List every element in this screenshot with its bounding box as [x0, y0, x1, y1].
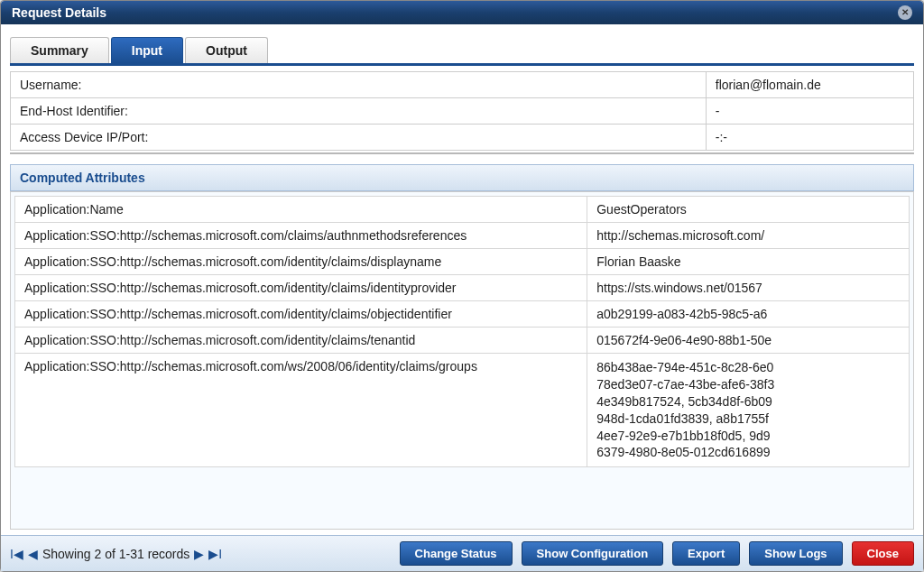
close-icon[interactable]: ✕: [898, 5, 912, 20]
row-endhost: End-Host Identifier: -: [11, 98, 914, 125]
attr-key: Application:SSO:http://schemas.microsoft…: [15, 249, 587, 275]
next-page-icon[interactable]: ▶: [194, 547, 204, 561]
username-value: florian@flomain.de: [706, 72, 913, 98]
attr-key: Application:SSO:http://schemas.microsoft…: [15, 223, 587, 249]
device-value: -:-: [706, 125, 913, 151]
footer-bar: I◀ ◀ Showing 2 of 1-31 records ▶ ▶I Chan…: [1, 535, 923, 571]
table-row: Application:SSO:http://schemas.microsoft…: [15, 249, 910, 275]
pager-text: Showing 2 of 1-31 records: [42, 547, 189, 561]
tab-bar: Summary Input Output: [10, 37, 914, 66]
table-row: Application:SSO:http://schemas.microsoft…: [15, 301, 910, 328]
table-row: Application:SSO:http://schemas.microsoft…: [15, 223, 910, 249]
tab-output[interactable]: Output: [185, 37, 268, 63]
attr-value: GuestOperators: [587, 197, 910, 223]
endhost-label: End-Host Identifier:: [11, 98, 707, 125]
attr-key: Application:SSO:http://schemas.microsoft…: [15, 275, 587, 301]
attr-value: 86b438ae-794e-451c-8c28-6e0 78ed3e07-c7a…: [587, 354, 910, 467]
modal-body: Summary Input Output Username: florian@f…: [1, 24, 923, 535]
attributes-scroll[interactable]: Application:Name GuestOperators Applicat…: [14, 196, 910, 525]
show-logs-button[interactable]: Show Logs: [749, 541, 842, 566]
attr-value: a0b29199-a083-42b5-98c5-a6: [587, 301, 910, 328]
request-details-modal: Request Details ✕ Summary Input Output U…: [0, 0, 924, 572]
attr-value: 015672f4-9e06-4e90-88b1-50e: [587, 328, 910, 354]
username-label: Username:: [11, 72, 707, 98]
endhost-value: -: [706, 98, 913, 125]
table-row: Application:SSO:http://schemas.microsoft…: [15, 328, 910, 354]
table-row: Application:SSO:http://schemas.microsoft…: [15, 275, 910, 301]
prev-page-icon[interactable]: ◀: [28, 547, 38, 561]
attr-value: http://schemas.microsoft.com/: [587, 223, 910, 249]
tab-summary[interactable]: Summary: [10, 37, 109, 63]
attr-key: Application:SSO:http://schemas.microsoft…: [15, 354, 587, 467]
attr-value: Florian Baaske: [587, 249, 910, 275]
attr-key: Application:SSO:http://schemas.microsoft…: [15, 328, 587, 354]
pager: I◀ ◀ Showing 2 of 1-31 records ▶ ▶I: [10, 547, 391, 561]
attr-value: https://sts.windows.net/01567: [587, 275, 910, 301]
attributes-container: Application:Name GuestOperators Applicat…: [10, 191, 914, 530]
close-button[interactable]: Close: [852, 541, 914, 566]
attr-key: Application:SSO:http://schemas.microsoft…: [15, 301, 587, 328]
table-row: Application:SSO:http://schemas.microsoft…: [15, 354, 910, 467]
attributes-table: Application:Name GuestOperators Applicat…: [14, 196, 910, 467]
separator: [10, 152, 914, 155]
info-table: Username: florian@flomain.de End-Host Id…: [10, 71, 914, 151]
first-page-icon[interactable]: I◀: [10, 547, 23, 561]
last-page-icon[interactable]: ▶I: [208, 547, 222, 561]
tab-input[interactable]: Input: [111, 37, 183, 63]
window-title: Request Details: [12, 5, 106, 20]
table-row: Application:Name GuestOperators: [15, 197, 910, 223]
attr-key: Application:Name: [15, 197, 587, 223]
show-configuration-button[interactable]: Show Configuration: [522, 541, 663, 566]
row-username: Username: florian@flomain.de: [11, 72, 914, 98]
computed-attributes-header: Computed Attributes: [10, 164, 914, 191]
device-label: Access Device IP/Port:: [11, 125, 707, 151]
row-device: Access Device IP/Port: -:-: [11, 125, 914, 151]
change-status-button[interactable]: Change Status: [400, 541, 513, 566]
export-button[interactable]: Export: [672, 541, 740, 566]
titlebar: Request Details ✕: [1, 1, 923, 24]
